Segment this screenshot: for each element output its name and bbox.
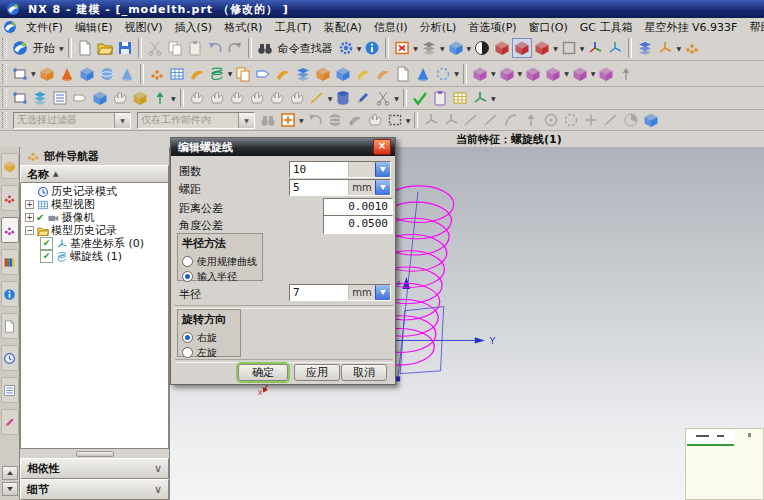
gear-dropdown-icon[interactable]: ▼	[357, 45, 362, 52]
pin-icon[interactable]	[26, 149, 40, 163]
snap-csys-icon[interactable]	[421, 110, 441, 130]
synchronous-replace-icon[interactable]	[570, 64, 590, 84]
snap-point-on-face-icon[interactable]	[621, 110, 641, 130]
dropdown-icon[interactable]: ▼	[328, 95, 333, 102]
synchronous-delete-face-icon[interactable]	[523, 64, 543, 84]
sphere-icon[interactable]	[97, 64, 117, 84]
wireframe-sphere-icon[interactable]	[433, 64, 453, 84]
diamond-tool-icon[interactable]	[682, 38, 702, 58]
highlight-sphere-icon[interactable]	[325, 110, 345, 130]
tab-assembly-navigator[interactable]	[1, 153, 19, 179]
wcs-icon[interactable]	[655, 38, 675, 58]
revolve-icon[interactable]	[57, 64, 77, 84]
menu-starsky-plugin[interactable]: 星空外挂 V6.933F	[639, 19, 744, 36]
menu-information[interactable]: 信息(I)	[368, 19, 414, 36]
glove-os-icon[interactable]	[247, 88, 267, 108]
radius-method-enter-radius-option[interactable]: 输入半径	[182, 269, 262, 284]
chamfer-icon[interactable]	[373, 64, 393, 84]
new-file-button[interactable]	[75, 38, 95, 58]
resource-scroll-down-icon[interactable]	[2, 482, 18, 496]
expand-icon[interactable]: +	[25, 200, 34, 209]
expression-db-icon[interactable]	[333, 88, 353, 108]
dropdown-icon[interactable]: ▼	[591, 70, 596, 77]
shell-icon[interactable]	[293, 64, 313, 84]
menu-format[interactable]: 格式(R)	[218, 19, 268, 36]
dropdown-icon[interactable]: ▼	[580, 45, 585, 52]
tab-history-palette[interactable]	[1, 345, 19, 371]
dropdown-icon[interactable]: ▼	[518, 70, 523, 77]
dropdown-icon[interactable]: ▼	[171, 95, 176, 102]
show-object-icon[interactable]	[90, 88, 110, 108]
sort-ascending-icon[interactable]: ▲	[53, 170, 58, 178]
expand-icon[interactable]: +	[25, 213, 34, 222]
radius-dropdown-icon[interactable]	[375, 285, 390, 300]
find-in-navigator-icon[interactable]	[258, 110, 278, 130]
toolbar-grip[interactable]	[2, 112, 7, 128]
empty-view-icon[interactable]	[559, 38, 579, 58]
snap-endpoint-icon[interactable]	[461, 110, 481, 130]
examine-geometry-icon[interactable]	[410, 88, 430, 108]
assembly-tree-icon[interactable]	[470, 88, 490, 108]
radio-selected[interactable]	[182, 271, 193, 282]
triangle-outline-icon[interactable]	[616, 64, 636, 84]
tab-web-browser[interactable]	[1, 313, 19, 339]
chevron-down-icon[interactable]: ∨	[154, 483, 162, 496]
layer-category-icon[interactable]	[50, 88, 70, 108]
cut-button[interactable]	[145, 38, 165, 58]
copy-button[interactable]	[165, 38, 185, 58]
hide-glove-icon[interactable]	[110, 88, 130, 108]
toolbar-grip[interactable]	[2, 38, 7, 57]
turns-value[interactable]: 10	[290, 162, 348, 177]
block-icon[interactable]	[77, 64, 97, 84]
glove-show-selected-icon[interactable]	[187, 88, 207, 108]
open-file-button[interactable]	[95, 38, 115, 58]
name-column-header[interactable]: 名称 ▲	[20, 165, 169, 183]
dialog-title-bar[interactable]: 编辑螺旋线 ×	[171, 138, 395, 156]
glove-gh-icon[interactable]	[267, 88, 287, 108]
synchronous-offset-icon[interactable]	[497, 64, 517, 84]
tab-part-navigator[interactable]	[1, 217, 19, 243]
direction-right-hand-option[interactable]: 右旋	[182, 330, 240, 345]
cancel-button[interactable]: 取消	[341, 364, 387, 381]
snap-point-on-curve-icon[interactable]	[601, 110, 621, 130]
chevron-down-icon[interactable]: ∨	[154, 462, 162, 475]
pitch-dropdown-icon[interactable]	[375, 180, 390, 195]
snap-midpoint-icon[interactable]	[481, 110, 501, 130]
dropdown-icon[interactable]: ▼	[676, 45, 681, 52]
menu-view[interactable]: 视图(V)	[118, 19, 168, 36]
sketch-icon[interactable]	[10, 64, 30, 84]
previous-selection-icon[interactable]	[305, 110, 325, 130]
selection-filter-combo[interactable]: 无选择过滤器 ▼	[13, 112, 131, 129]
save-button[interactable]	[115, 38, 135, 58]
toolbar-grip[interactable]	[2, 89, 7, 107]
radio-selected[interactable]	[182, 332, 193, 343]
bounding-box-icon[interactable]	[10, 88, 30, 108]
trim-body-icon[interactable]	[333, 64, 353, 84]
draft-icon[interactable]	[413, 64, 433, 84]
ok-button[interactable]: 确定	[238, 364, 288, 381]
datum-display-icon[interactable]	[150, 88, 170, 108]
pitch-combo[interactable]: 5 mm	[289, 179, 391, 196]
point-set-icon[interactable]	[147, 64, 167, 84]
customize-gear-icon[interactable]	[336, 38, 356, 58]
selection-scope-dropdown-icon[interactable]: ▼	[238, 113, 254, 128]
paste-button[interactable]	[185, 38, 205, 58]
dropdown-icon[interactable]: ▼	[553, 45, 558, 52]
command-finder-label[interactable]: 命令查找器	[278, 41, 333, 56]
edit-section-icon[interactable]	[373, 88, 393, 108]
start-menu-label[interactable]: 开始	[33, 41, 55, 56]
dropdown-icon[interactable]: ▼	[406, 117, 411, 124]
section-dependencies[interactable]: 相依性 ∨	[20, 458, 169, 479]
window-close-view-icon[interactable]	[392, 38, 412, 58]
menu-insert[interactable]: 插入(S)	[169, 19, 219, 36]
tab-roles-palette[interactable]	[1, 409, 19, 435]
checkbox[interactable]: ✔	[40, 250, 53, 263]
tab-touch-info[interactable]	[1, 281, 19, 307]
boolean-unite-icon[interactable]	[313, 64, 333, 84]
radio-unselected[interactable]	[182, 347, 193, 358]
extrude-icon[interactable]	[37, 64, 57, 84]
section-edit-icon[interactable]	[532, 38, 552, 58]
section-details[interactable]: 细节 ∨	[20, 479, 169, 500]
information-icon[interactable]	[362, 38, 382, 58]
glove-hide-selected-icon[interactable]	[207, 88, 227, 108]
